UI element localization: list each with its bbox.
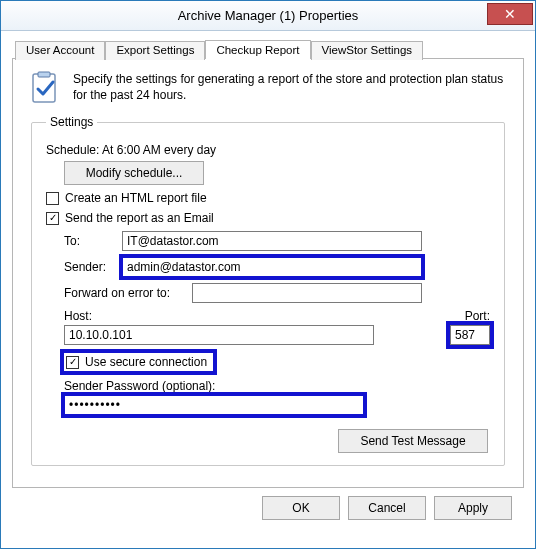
- svg-rect-1: [38, 72, 50, 77]
- properties-dialog: Archive Manager (1) Properties ✕ User Ac…: [0, 0, 536, 549]
- svg-rect-0: [33, 74, 55, 102]
- intro-row: Specify the settings for generating a re…: [29, 71, 507, 105]
- settings-group: Settings Schedule: At 6:00 AM every day …: [31, 115, 505, 466]
- to-label: To:: [64, 234, 122, 248]
- tab-export-settings[interactable]: Export Settings: [105, 41, 205, 60]
- password-label: Sender Password (optional):: [64, 379, 490, 393]
- settings-legend: Settings: [46, 115, 97, 129]
- port-field[interactable]: [450, 325, 490, 345]
- send-email-checkbox[interactable]: ✓: [46, 212, 59, 225]
- forward-field[interactable]: [192, 283, 422, 303]
- titlebar: Archive Manager (1) Properties ✕: [1, 1, 535, 31]
- host-field[interactable]: [64, 325, 374, 345]
- report-icon: [29, 71, 63, 105]
- html-report-checkbox[interactable]: [46, 192, 59, 205]
- secure-connection-label: Use secure connection: [85, 355, 207, 369]
- modify-schedule-button[interactable]: Modify schedule...: [64, 161, 204, 185]
- ok-button[interactable]: OK: [262, 496, 340, 520]
- to-field[interactable]: [122, 231, 422, 251]
- dialog-buttons: OK Cancel Apply: [12, 488, 524, 520]
- schedule-label: Schedule: At 6:00 AM every day: [46, 143, 490, 157]
- secure-connection-checkbox[interactable]: ✓: [66, 356, 79, 369]
- sender-label: Sender:: [64, 260, 122, 274]
- html-report-label: Create an HTML report file: [65, 191, 207, 205]
- tab-user-account[interactable]: User Account: [15, 41, 105, 60]
- tabstrip: User Account Export Settings Checkup Rep…: [15, 39, 524, 58]
- forward-label: Forward on error to:: [64, 286, 192, 300]
- password-field[interactable]: [64, 395, 364, 415]
- window-title: Archive Manager (1) Properties: [1, 8, 535, 23]
- host-label: Host:: [64, 309, 424, 323]
- tab-checkup-report[interactable]: Checkup Report: [205, 40, 310, 59]
- port-label: Port:: [465, 309, 490, 323]
- close-icon: ✕: [504, 7, 516, 21]
- cancel-button[interactable]: Cancel: [348, 496, 426, 520]
- send-test-button[interactable]: Send Test Message: [338, 429, 488, 453]
- send-email-label: Send the report as an Email: [65, 211, 214, 225]
- intro-text: Specify the settings for generating a re…: [73, 71, 507, 105]
- apply-button[interactable]: Apply: [434, 496, 512, 520]
- sender-field[interactable]: [122, 257, 422, 277]
- tab-viewstor-settings[interactable]: ViewStor Settings: [311, 41, 424, 60]
- close-button[interactable]: ✕: [487, 3, 533, 25]
- tabpanel-checkup-report: Specify the settings for generating a re…: [12, 58, 524, 488]
